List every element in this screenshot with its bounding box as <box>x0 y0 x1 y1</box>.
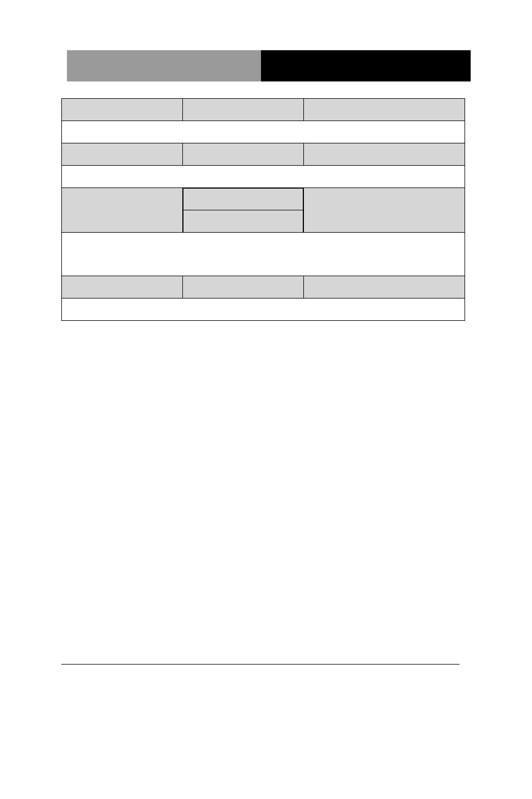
cell-value <box>62 232 465 276</box>
table-row <box>62 232 465 276</box>
cell-label <box>303 99 465 121</box>
footer-rule <box>61 664 460 665</box>
cell-label <box>62 99 183 121</box>
header-left <box>67 50 261 81</box>
form-table <box>61 98 465 321</box>
table-row <box>62 99 465 121</box>
cell-label <box>183 210 303 232</box>
header-bar <box>67 50 471 81</box>
cell-label <box>182 276 303 298</box>
cell-label <box>303 276 465 298</box>
table-row <box>62 298 465 320</box>
header-right <box>261 50 471 81</box>
cell-value <box>62 121 465 143</box>
cell-label <box>303 143 465 166</box>
table-row <box>62 276 465 298</box>
cell-label <box>182 143 303 166</box>
cell-label <box>62 188 183 233</box>
cell-label <box>182 99 303 121</box>
table-row <box>62 166 465 188</box>
cell-label <box>303 188 465 233</box>
table-row <box>62 143 465 166</box>
cell-value <box>62 298 465 320</box>
cell-value <box>62 166 465 188</box>
cell-label <box>183 189 303 210</box>
table-row <box>62 188 465 233</box>
cell-label <box>62 276 183 298</box>
cell-label <box>62 143 183 166</box>
inner-split <box>183 188 303 232</box>
table-row <box>62 121 465 143</box>
